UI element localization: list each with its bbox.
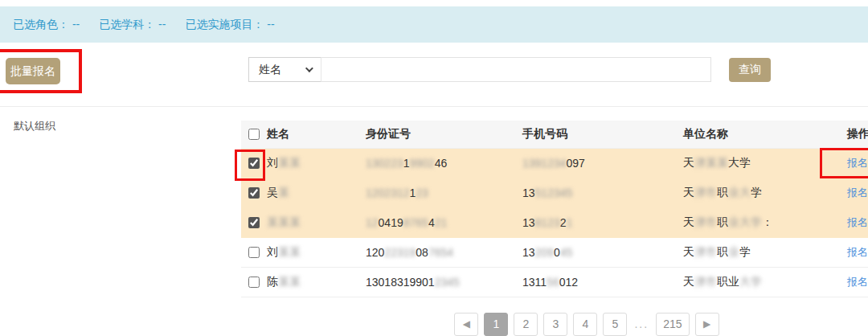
page: 已选角色： --已选学科： --已选实施项目： -- 批量报名 姓名 查询 默认…	[0, 0, 868, 336]
cell-text: 0	[554, 246, 560, 259]
status-item: 已选实施项目： --	[185, 18, 274, 32]
org-tree-label: 默认组织	[14, 119, 55, 133]
cell-text: 天	[683, 156, 694, 169]
redacted-text: 130223	[366, 157, 403, 170]
name-cell: 刘某某	[267, 245, 366, 260]
search-group: 姓名	[248, 57, 711, 82]
redacted-text: 业大	[728, 186, 751, 199]
apply-link[interactable]: 报名	[847, 157, 868, 169]
redacted-text: 8123	[535, 216, 560, 229]
status-bar: 已选角色： --已选学科： --已选实施项目： --	[0, 6, 868, 43]
phone-cell: 131156012	[522, 276, 683, 289]
cell-text: 天	[683, 215, 694, 228]
redacted-text: 1202312	[366, 186, 410, 199]
redacted-text: 8765	[403, 216, 428, 229]
pagination-ellipsis: ...	[633, 318, 650, 330]
redacted-text: 某	[278, 186, 289, 199]
pagination-page-1[interactable]: 1	[484, 313, 508, 336]
id-number-cell: 1204198765421	[366, 216, 522, 229]
row-checkbox[interactable]	[248, 247, 260, 258]
redacted-text: 某某	[278, 275, 301, 288]
row-checkbox[interactable]	[248, 277, 260, 288]
redacted-text: 209	[535, 246, 554, 259]
cell-text: 1	[403, 157, 410, 170]
table-row: 某某某120419876542113812321天津市职业大学：报名	[241, 208, 868, 238]
cell-text: 学	[739, 245, 751, 258]
org-cell: 天津市职业学	[683, 245, 847, 260]
cell-text: 职	[717, 245, 728, 258]
table-row: 吴某120231212313512345天津市职业大学报名	[241, 178, 868, 208]
org-cell: 天津市职业大学：	[683, 215, 847, 230]
cell-text: 13	[522, 216, 535, 229]
redacted-text: 津某某	[694, 156, 728, 169]
action-cell: 报名	[847, 215, 868, 230]
pagination-page-5[interactable]: 5	[603, 313, 627, 336]
cell-text: 08	[416, 246, 428, 259]
batch-register-button[interactable]: 批量报名	[6, 58, 60, 84]
row-checkbox[interactable]	[248, 158, 260, 169]
redacted-text: 某某	[278, 245, 301, 258]
cell-text: 刘	[267, 245, 278, 258]
cell-text: 13	[522, 246, 535, 259]
redacted-text: 某某	[278, 156, 301, 169]
cell-text: 职	[717, 215, 728, 228]
redacted-text: 45	[560, 246, 573, 259]
apply-link[interactable]: 报名	[847, 246, 868, 258]
table-row: 刘某某1202231908765413209045天津市职业学报名	[241, 238, 868, 268]
cell-text: 0419	[379, 216, 403, 229]
row-checkbox[interactable]	[248, 217, 260, 228]
cell-text: 2	[560, 216, 567, 229]
pagination-page-215[interactable]: 215	[656, 313, 689, 336]
apply-link[interactable]: 报名	[847, 276, 868, 288]
redacted-text: 业大学	[728, 215, 762, 228]
query-button[interactable]: 查询	[729, 58, 771, 82]
apply-link[interactable]: 报名	[847, 186, 868, 199]
cell-text: 13	[522, 186, 535, 199]
row-checkbox[interactable]	[248, 187, 260, 199]
cell-text: 4	[428, 216, 435, 229]
id-number-cell: 130183199012345	[366, 276, 522, 289]
pagination-prev-button[interactable]: ◀	[454, 313, 478, 336]
redacted-text: 7654	[428, 246, 453, 259]
pagination: ◀12345...215▶	[273, 312, 868, 336]
row-checkbox-cell	[241, 247, 267, 258]
redacted-text: 12	[366, 216, 379, 229]
select-all-checkbox[interactable]	[248, 129, 260, 140]
org-cell: 天津市职业大学	[683, 186, 847, 200]
header-action: 操作	[847, 127, 868, 141]
pagination-page-4[interactable]: 4	[573, 313, 597, 336]
cell-text: 天	[683, 275, 694, 288]
cell-text: 1311	[522, 276, 547, 289]
pagination-page-3[interactable]: 3	[543, 313, 567, 336]
cell-text: 学	[751, 186, 762, 199]
cell-text: 天	[683, 186, 694, 199]
status-item: 已选学科： --	[99, 18, 166, 32]
header-checkbox-cell	[241, 129, 267, 140]
table-row: 刘某某13022319902461391234097天津某某大学报名	[241, 149, 868, 178]
phone-cell: 13512345	[522, 186, 683, 199]
cell-text: 吴	[267, 186, 278, 199]
redacted-text: 22319	[384, 246, 416, 259]
members-table: 姓名 身份证号 手机号码 单位名称 操作 刘某某1302231990246139…	[241, 121, 868, 297]
row-checkbox-cell	[241, 187, 267, 199]
section-divider	[0, 106, 868, 107]
cell-text: 刘	[267, 156, 278, 169]
search-input[interactable]	[321, 57, 711, 82]
pagination-page-2[interactable]: 2	[514, 313, 538, 336]
action-cell: 报名	[847, 186, 868, 200]
apply-link[interactable]: 报名	[847, 216, 868, 228]
status-item: 已选角色： --	[13, 18, 80, 32]
action-cell: 报名	[847, 156, 868, 170]
name-cell: 吴某	[267, 186, 366, 200]
cell-text: ：	[762, 215, 773, 228]
cell-text: 职业	[717, 275, 739, 288]
search-category-select[interactable]: 姓名	[248, 57, 321, 82]
redacted-text: 21	[435, 216, 448, 229]
pagination-next-button[interactable]: ▶	[695, 313, 719, 336]
redacted-text: 1391234	[522, 157, 567, 170]
redacted-text: 2345	[435, 276, 460, 289]
cell-text: 天	[683, 245, 694, 258]
name-cell: 刘某某	[267, 156, 366, 170]
cell-text: 大学	[728, 156, 751, 169]
cell-text: 46	[435, 157, 448, 170]
